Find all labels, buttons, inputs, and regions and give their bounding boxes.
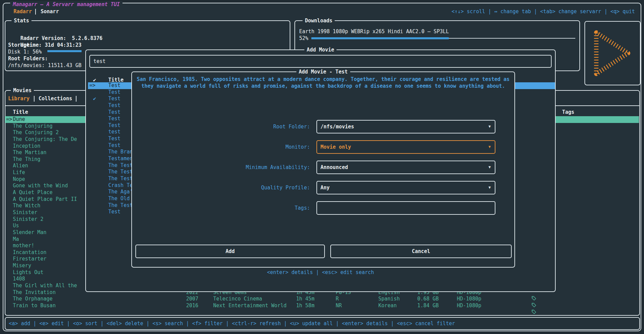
- result-title: test: [108, 129, 120, 135]
- result-title: Test: [108, 82, 120, 89]
- stats-uptime-value: 31d 04:31:23: [45, 42, 81, 48]
- result-title: Test: [108, 102, 120, 109]
- movie-row[interactable]: Train to Busan2016Next Entertainment Wor…: [5, 302, 639, 309]
- movie-cell-runtime: 1h 58m: [296, 302, 314, 309]
- field-value: Any: [320, 182, 330, 194]
- cancel-button[interactable]: Cancel: [330, 245, 512, 258]
- movie-cell-title: Dune: [13, 116, 25, 123]
- movie-cell-rating: NR: [336, 302, 342, 309]
- movie-cell-runtime: 1h 45m: [296, 296, 314, 302]
- chevron-down-icon: ▼: [488, 161, 491, 173]
- download-progress-fill: [311, 37, 449, 39]
- movie-cell-title: Life: [13, 169, 25, 176]
- form-field-tags: Tags:: [132, 201, 514, 215]
- library-tab-separator: [34, 96, 35, 102]
- field-select[interactable]: Announced▼: [316, 161, 495, 174]
- movie-cell-title: The Orphanage: [13, 296, 52, 302]
- monitored-check-icon: ✔: [93, 96, 96, 102]
- result-title: The Aga': [108, 189, 133, 195]
- result-title: Crash Te: [108, 182, 133, 189]
- movie-cell-size: 0.68 GB: [417, 296, 439, 302]
- movie-cell-title: A Quiet Place Part II: [13, 196, 77, 203]
- movie-cell-title: Inception: [13, 143, 40, 150]
- field-value: Announced: [320, 161, 348, 173]
- field-label: Root Folder:: [132, 120, 313, 133]
- result-title: The Old: [108, 195, 130, 202]
- movie-cell-title: Nope: [13, 176, 25, 183]
- movie-cell-title: The Conjuring: The De: [13, 136, 77, 143]
- movie-cell-title: mother!: [13, 243, 34, 249]
- result-title: Testamen: [108, 155, 133, 162]
- result-title: Test: [108, 89, 120, 96]
- movie-cell-rating: R: [336, 296, 339, 302]
- movie-row[interactable]: The Orphanage2007Telecinco Cinema1h 45mR…: [5, 296, 639, 302]
- field-label: Quality Profile:: [132, 181, 313, 194]
- download-item[interactable]: Earth 1998 1080p WEBRip x265 Hindi AAC2.…: [299, 28, 449, 35]
- movies-column-title: Title: [13, 109, 28, 116]
- movie-cell-title: Ma: [13, 236, 19, 243]
- movie-cell-language: Korean: [378, 302, 397, 309]
- movie-cell-title: Alien: [13, 163, 28, 169]
- download-percent-label: 52%: [299, 35, 308, 42]
- add-movie-modal-title: Add Movie - Test: [296, 68, 350, 75]
- movie-cell-title: Misery: [13, 263, 31, 269]
- collections-tab-separator: [76, 96, 76, 102]
- movie-cell-title: Sinister 2: [13, 216, 43, 223]
- form-field-monitor: Monitor: Movie only▼: [132, 140, 514, 154]
- add-button[interactable]: Add: [135, 245, 325, 258]
- form-field-minimum-availability: Minimum Availability: Announced▼: [132, 161, 514, 174]
- movie-cell-title: The Conjuring: [13, 123, 52, 130]
- movie-search-input[interactable]: test: [93, 58, 106, 65]
- result-title: The Test: [108, 202, 133, 209]
- movie-cell-title: Train to Busan: [13, 302, 55, 309]
- bottom-keybind-hints: <a> add | <e> edit | <o> sort | <del> de…: [9, 320, 455, 327]
- field-select[interactable]: Any▼: [316, 181, 495, 194]
- movie-cell-title: A Quiet Place: [13, 189, 52, 196]
- field-value: /nfs/movies: [320, 121, 354, 133]
- field-label: Tags:: [132, 201, 313, 215]
- download-progressbar: [311, 37, 575, 39]
- disk-usage-fill: [47, 50, 82, 52]
- chevron-down-icon: ▼: [488, 141, 491, 153]
- field-input[interactable]: [316, 201, 495, 215]
- add-movie-popup-title: Add Movie: [304, 46, 336, 53]
- stats-rootfolders-label: Root Folders:: [8, 55, 48, 62]
- tab-library[interactable]: Library: [8, 95, 29, 102]
- movie-overview: San Francisco, 1985. Two opposites attra…: [136, 76, 510, 89]
- chevron-down-icon: ▼: [488, 182, 491, 194]
- field-value: Movie only: [320, 141, 351, 153]
- stats-panel-title: Stats: [12, 17, 31, 24]
- result-title: Test: [108, 96, 120, 102]
- movie-cell-studio: Next Entertainment World: [213, 302, 287, 309]
- movie-cell-title: Slender Man: [13, 229, 46, 236]
- movie-cell-language: Spanish: [378, 296, 400, 302]
- field-select[interactable]: /nfs/movies▼: [316, 120, 495, 133]
- result-title: Test: [108, 122, 120, 129]
- movie-cell-studio: Telecinco Cinema: [213, 296, 262, 302]
- managarr-tui-screen: Managarr – A Servarr management TUI Rada…: [0, 0, 644, 334]
- field-label: Minimum Availability:: [132, 161, 313, 174]
- movie-cell-title: The Martian: [13, 149, 46, 156]
- result-title: Test: [108, 135, 120, 142]
- movie-cell-title: Incantation: [13, 249, 46, 256]
- tag-icon: [531, 309, 536, 314]
- tab-radarr[interactable]: Radarr: [14, 8, 32, 15]
- downloads-panel-title: Downloads: [303, 17, 335, 24]
- movie-cell-title: Firestarter: [13, 256, 46, 263]
- result-title: Test: [108, 116, 120, 122]
- managarr-play-logo-icon: [590, 26, 635, 80]
- result-title: Test: [108, 109, 120, 116]
- tab-collections[interactable]: Collections: [39, 95, 72, 102]
- field-select[interactable]: Movie only▼: [316, 140, 495, 154]
- movie-cell-title: The Conjuring 2: [13, 129, 59, 136]
- movies-column-tags: Tags: [562, 109, 574, 116]
- add-movie-modal: Add Movie - Test San Francisco, 1985. Tw…: [131, 71, 515, 268]
- result-title: The Test: [108, 175, 133, 182]
- movie-cell-year: 2007: [186, 296, 198, 302]
- result-title: The Test: [108, 162, 133, 169]
- movie-cell-title: Sinister: [13, 209, 37, 216]
- top-keybind-hints: <↑↓> scroll | ↔ change tab | <tab> chang…: [451, 8, 635, 15]
- movie-search-box: [89, 55, 552, 68]
- stats-rootfolder-value: /nfs/movies: 11511.43 GB: [8, 62, 82, 69]
- tab-sonarr[interactable]: Sonarr: [41, 8, 59, 15]
